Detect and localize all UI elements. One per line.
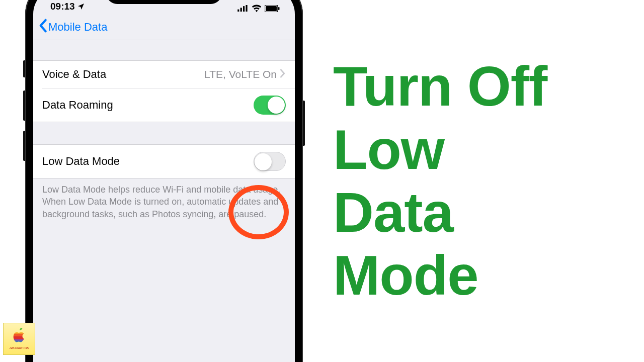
data-roaming-row: Data Roaming [33, 88, 295, 122]
low-data-mode-label: Low Data Mode [42, 155, 120, 168]
notch [106, 0, 222, 4]
volume-up-button [23, 90, 25, 121]
settings-group-1: Voice & Data LTE, VoLTE On Data Roaming [33, 60, 295, 122]
thumbnail-title: Turn Off Low Data Mode [333, 55, 644, 307]
svg-rect-6 [278, 7, 280, 10]
chevron-left-icon [38, 19, 47, 36]
status-time: 09:13 [50, 1, 75, 12]
voice-and-data-label: Voice & Data [42, 68, 106, 81]
channel-badge: All about iOS [3, 323, 35, 355]
title-line-2: Low [333, 118, 644, 181]
title-line-1: Turn Off [333, 55, 644, 118]
battery-icon [265, 5, 280, 12]
apple-logo-icon [12, 328, 27, 345]
channel-badge-caption: All about iOS [10, 346, 29, 350]
svg-rect-5 [266, 6, 277, 11]
cellular-signal-icon [237, 5, 249, 12]
power-button [303, 101, 305, 146]
svg-rect-2 [243, 6, 245, 12]
svg-rect-1 [240, 8, 242, 12]
low-data-mode-description: Low Data Mode helps reduce Wi-Fi and mob… [33, 178, 295, 225]
settings-group-2: Low Data Mode [33, 144, 295, 178]
data-roaming-toggle[interactable] [254, 96, 286, 115]
svg-rect-0 [237, 10, 239, 12]
wifi-icon [252, 5, 262, 12]
data-roaming-label: Data Roaming [42, 99, 113, 112]
voice-and-data-value: LTE, VoLTE On [204, 68, 277, 80]
low-data-mode-row: Low Data Mode [33, 145, 295, 178]
volume-down-button [23, 131, 25, 161]
back-label: Mobile Data [48, 21, 107, 34]
chevron-right-icon [280, 68, 286, 80]
nav-header: Mobile Data [33, 14, 295, 40]
back-button[interactable]: Mobile Data [38, 19, 107, 36]
phone-frame: 09:13 [25, 40, 303, 322]
title-line-3: Data [333, 181, 644, 244]
phone-screen: 09:13 [33, 0, 295, 362]
location-icon [77, 3, 85, 11]
mute-switch [23, 60, 25, 77]
voice-and-data-row[interactable]: Voice & Data LTE, VoLTE On [33, 61, 295, 88]
svg-rect-3 [246, 5, 247, 12]
low-data-mode-toggle[interactable] [254, 152, 286, 171]
title-line-4: Mode [333, 244, 644, 307]
